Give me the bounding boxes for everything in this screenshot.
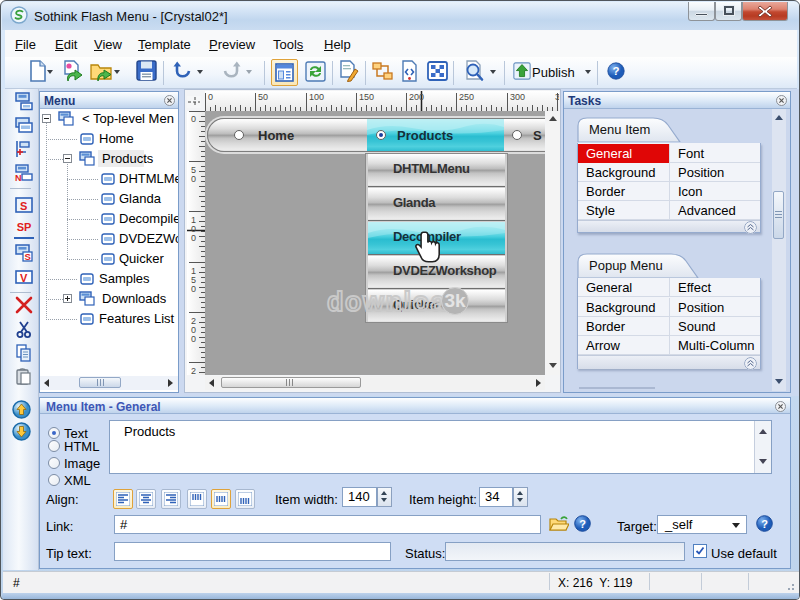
svg-text:3: 3 [555,92,559,102]
svg-text:300: 300 [510,92,525,102]
svg-text:200: 200 [409,92,424,102]
svg-text:2: 2 [191,366,196,375]
svg-text:250: 250 [459,92,474,102]
svg-text:?: ? [579,518,586,530]
svg-text:?: ? [761,518,768,530]
svg-text:?: ? [613,65,620,77]
svg-text:100: 100 [309,92,324,102]
svg-text:S: S [20,200,27,212]
svg-text:0: 0 [191,114,196,124]
svg-text:0: 0 [191,334,196,344]
svg-text:150: 150 [359,92,374,102]
svg-text:S: S [25,251,31,262]
svg-text:0: 0 [191,174,196,184]
svg-text:N: N [15,173,22,183]
svg-text:50: 50 [258,92,268,102]
svg-text:0: 0 [191,233,196,243]
svg-text:0: 0 [191,284,196,294]
svg-text:0: 0 [208,92,213,102]
svg-text:V: V [20,272,28,284]
